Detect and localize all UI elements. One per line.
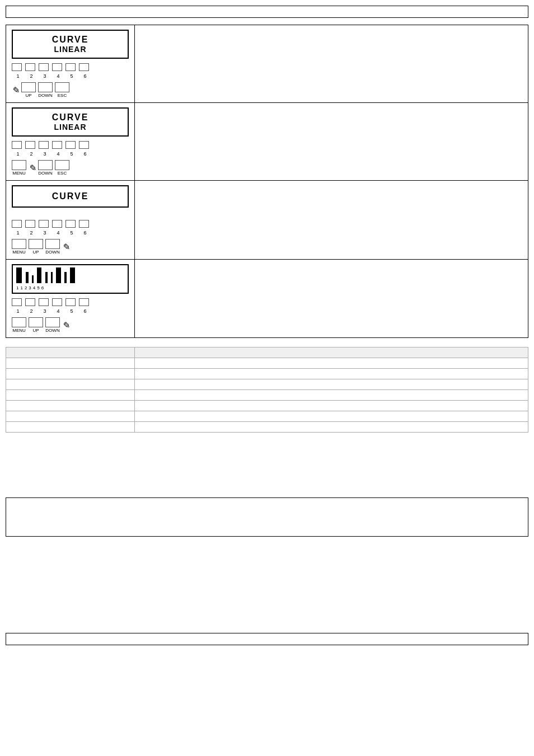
num-btn-1-5[interactable]	[65, 63, 76, 71]
pencil-group-2: ✎	[29, 163, 36, 173]
top-bar	[6, 6, 528, 18]
num-labels-3: 1 2 3 4 5 6	[12, 230, 129, 236]
spacer-5	[6, 561, 528, 572]
num-btn-4-3[interactable]	[39, 298, 49, 306]
num-btn-2-5[interactable]	[65, 141, 76, 149]
pencil-icon-4[interactable]: ✎	[61, 320, 70, 331]
down-label-4: DOWN	[45, 328, 59, 333]
table-cell	[135, 369, 528, 379]
num-btn-1-3[interactable]	[39, 63, 49, 71]
down-label-2: DOWN	[38, 171, 52, 176]
num-btn-2-2[interactable]	[25, 141, 35, 149]
bar-5	[45, 272, 48, 283]
num-btn-2-6[interactable]	[79, 141, 89, 149]
panel-row-4: 1 1 2 3 4 5 6	[6, 260, 528, 337]
table-cell	[135, 390, 528, 401]
table-cell	[135, 348, 528, 358]
esc-label-1: ESC	[58, 93, 67, 98]
num-btn-1-1[interactable]	[12, 63, 22, 71]
down-group-4: DOWN	[45, 317, 60, 333]
num-btn-2-1[interactable]	[12, 141, 22, 149]
esc-btn-2[interactable]	[55, 160, 69, 170]
pencil-group-1: ✎	[12, 85, 19, 96]
num-label-1-4: 4	[53, 73, 63, 79]
display-box-3: CURVE	[12, 185, 129, 208]
num-btn-1-6[interactable]	[79, 63, 89, 71]
barcode-bars	[16, 267, 75, 283]
pencil-group-3: ✎	[62, 242, 69, 252]
panel-right-2	[135, 103, 528, 180]
menu-label-4: MENU	[12, 328, 26, 333]
num-btn-4-1[interactable]	[12, 298, 22, 306]
spacer-1	[6, 439, 528, 450]
table-cell	[135, 379, 528, 390]
num-label-1-3: 3	[40, 73, 50, 79]
up-btn-4[interactable]	[29, 317, 43, 327]
num-btn-3-6[interactable]	[79, 220, 89, 228]
menu-btn-2[interactable]	[12, 160, 26, 170]
table-row	[6, 422, 528, 433]
esc-btn-1[interactable]	[55, 82, 69, 92]
num-btn-4-5[interactable]	[65, 298, 76, 306]
bar-2	[26, 272, 29, 283]
pencil-icon-1[interactable]: ✎	[11, 84, 20, 96]
panel-right-3	[135, 181, 528, 259]
num-btn-1-2[interactable]	[25, 63, 35, 71]
num-buttons-2	[12, 141, 129, 149]
up-btn-1[interactable]	[21, 82, 36, 92]
panel-left-2: CURVE LINEAR 1 2 3 4 5 6	[6, 103, 135, 180]
table-row	[6, 401, 528, 411]
display-box-2: CURVE LINEAR	[12, 107, 129, 137]
spacer-3	[6, 475, 528, 486]
down-btn-2[interactable]	[38, 160, 53, 170]
num-btn-3-1[interactable]	[12, 220, 22, 228]
num-btn-2-3[interactable]	[39, 141, 49, 149]
down-btn-4[interactable]	[45, 317, 60, 327]
num-buttons-4	[12, 298, 129, 306]
display-line2-1: LINEAR	[54, 45, 86, 54]
func-row-3: MENU UP DOWN ✎	[12, 239, 129, 255]
panel-row-2: CURVE LINEAR 1 2 3 4 5 6	[6, 103, 528, 181]
pencil-icon-3[interactable]: ✎	[61, 241, 70, 253]
down-label-1: DOWN	[38, 93, 52, 98]
table-cell	[135, 422, 528, 433]
table-cell	[135, 401, 528, 411]
bar-9	[70, 267, 75, 283]
num-btn-3-2[interactable]	[25, 220, 35, 228]
bar-6	[51, 272, 53, 283]
display-box-1: CURVE LINEAR	[12, 30, 129, 59]
num-btn-4-4[interactable]	[52, 298, 62, 306]
num-buttons-3	[12, 220, 129, 228]
down-label-3: DOWN	[45, 250, 59, 255]
data-table	[6, 347, 528, 433]
bottom-bar	[6, 633, 528, 645]
down-btn-3[interactable]	[45, 239, 60, 249]
down-btn-1[interactable]	[38, 82, 53, 92]
esc-label-2: ESC	[58, 171, 67, 176]
num-btn-4-2[interactable]	[25, 298, 35, 306]
table-cell	[6, 348, 135, 358]
num-btn-1-4[interactable]	[52, 63, 62, 71]
num-label-1-6: 6	[80, 73, 90, 79]
menu-btn-4[interactable]	[12, 317, 26, 327]
num-btn-4-6[interactable]	[79, 298, 89, 306]
menu-label-2: MENU	[12, 171, 26, 176]
func-row-2: MENU ✎ DOWN ESC	[12, 160, 129, 176]
down-group-3: DOWN	[45, 239, 60, 255]
bar-3	[32, 275, 34, 283]
num-label-1-2: 2	[26, 73, 36, 79]
num-btn-3-3[interactable]	[39, 220, 49, 228]
num-btn-2-4[interactable]	[52, 141, 62, 149]
pencil-icon-2[interactable]: ✎	[27, 162, 36, 174]
menu-btn-3[interactable]	[12, 239, 26, 249]
panel-left-3: CURVE 1 2 3 4 5 6	[6, 181, 135, 259]
table-row	[6, 390, 528, 401]
table-row	[6, 369, 528, 379]
up-label-1: UP	[25, 93, 31, 98]
barcode-labels: 1 1 2 3 4 5 6	[16, 285, 44, 290]
up-btn-3[interactable]	[29, 239, 43, 249]
num-btn-3-4[interactable]	[52, 220, 62, 228]
table-row	[6, 358, 528, 369]
num-btn-3-5[interactable]	[65, 220, 76, 228]
table-cell	[135, 358, 528, 369]
